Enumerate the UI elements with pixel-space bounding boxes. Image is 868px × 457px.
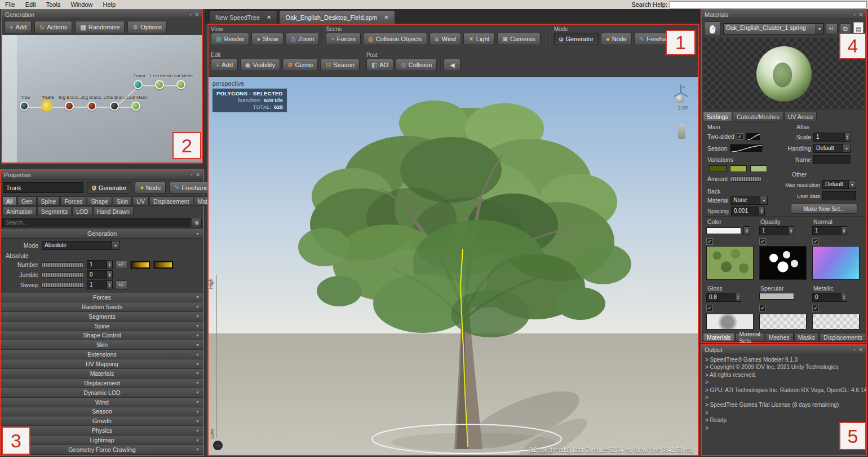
menu-file[interactable]: File bbox=[0, 0, 20, 9]
sweep-spinbox[interactable]: 1▲▼ bbox=[87, 280, 113, 289]
section-growth[interactable]: Growth▼ bbox=[1, 416, 203, 426]
atlas-name-input[interactable] bbox=[813, 155, 851, 164]
section-skin[interactable]: Skin▼ bbox=[1, 340, 203, 350]
bottom-tab-meshes[interactable]: Meshes bbox=[765, 333, 794, 342]
pan-hand-button[interactable] bbox=[704, 21, 721, 36]
render-button[interactable]: ▦Render bbox=[211, 33, 249, 45]
node-leaf-mesh-1[interactable] bbox=[131, 102, 140, 111]
camera-menu-label[interactable]: perspective bbox=[212, 80, 244, 87]
viewport-canvas[interactable]: z perspective POLYGONS - SELECTED branch… bbox=[209, 77, 698, 455]
close-panel-icon[interactable]: ✕ bbox=[858, 347, 863, 353]
node-leaf-mesh-2[interactable] bbox=[155, 80, 164, 89]
back-material-dropdown[interactable]: None▼ bbox=[730, 196, 768, 205]
float-panel-icon[interactable]: ▫ bbox=[189, 12, 191, 17]
section-season[interactable]: Season▼ bbox=[1, 407, 203, 417]
color-map-checkbox[interactable]: ✓ bbox=[706, 238, 713, 245]
node-leaf-mesh-3[interactable] bbox=[176, 80, 185, 89]
actions-button[interactable]: ↻Actions bbox=[34, 21, 72, 33]
jumble-spinbox[interactable]: 0▲▼ bbox=[87, 270, 113, 279]
gloss-checkbox[interactable]: ✓ bbox=[706, 305, 713, 311]
node-name-input[interactable] bbox=[3, 182, 83, 193]
section-dynamic-lod[interactable]: Dynamic LOD▼ bbox=[1, 388, 203, 398]
metallic-checkbox[interactable]: ✓ bbox=[812, 305, 819, 311]
float-panel-icon[interactable]: ▫ bbox=[853, 347, 855, 353]
menu-window[interactable]: Window bbox=[65, 0, 98, 9]
section-extensions[interactable]: Extensions▼ bbox=[1, 350, 203, 359]
number-variance-button[interactable]: +/- bbox=[116, 260, 127, 269]
user-data-input[interactable] bbox=[822, 191, 856, 200]
properties-freehand-tab[interactable]: ✎Freehand bbox=[169, 182, 213, 194]
zoom-button[interactable]: ◎Zoom bbox=[286, 33, 320, 45]
mode-generator-button[interactable]: ψGenerator bbox=[554, 33, 599, 45]
search-help-input[interactable] bbox=[670, 1, 867, 8]
ao-button[interactable]: ◧AO bbox=[366, 59, 393, 71]
section-uv-mapping[interactable]: UV Mapping▼ bbox=[1, 359, 203, 369]
collision-objects-button[interactable]: ◍Collision Objects bbox=[363, 33, 427, 45]
node-tree[interactable] bbox=[20, 102, 29, 111]
color-map-thumbnail[interactable] bbox=[706, 246, 754, 280]
node-big-branch-1[interactable] bbox=[65, 102, 74, 111]
gizmo-button[interactable]: ⊕Gizmo bbox=[282, 59, 318, 71]
specular-checkbox[interactable]: ✓ bbox=[759, 305, 766, 311]
float-panel-icon[interactable]: ▫ bbox=[191, 172, 192, 178]
bottom-tab-displacements[interactable]: Displacements bbox=[820, 333, 866, 342]
section-displacement[interactable]: Displacement▼ bbox=[1, 379, 203, 388]
node-big-branch-2[interactable] bbox=[87, 102, 96, 111]
filter-tab-shape[interactable]: Shape bbox=[87, 196, 112, 206]
tab-new-speedtree[interactable]: New SpeedTree✕ bbox=[209, 10, 277, 24]
property-search-input[interactable] bbox=[2, 218, 191, 227]
variation-swatch-1[interactable] bbox=[710, 165, 727, 172]
sweep-slider[interactable] bbox=[41, 283, 84, 288]
two-sided-checkbox[interactable]: ✓ bbox=[737, 133, 743, 140]
float-panel-icon[interactable]: ▫ bbox=[853, 12, 855, 17]
season-curve-button[interactable] bbox=[730, 144, 763, 152]
materials-tab-settings[interactable]: Settings bbox=[703, 112, 732, 121]
sweep-variance-button[interactable]: +/- bbox=[116, 280, 127, 289]
bottom-tab-masks[interactable]: Masks bbox=[794, 333, 819, 342]
normal-map-thumbnail[interactable] bbox=[812, 246, 860, 280]
make-new-set-button[interactable]: Make New Set... bbox=[791, 204, 857, 214]
filter-tab-forces[interactable]: Forces bbox=[60, 196, 86, 206]
gloss-spinbox[interactable]: 0.8▲▼ bbox=[706, 293, 741, 302]
spacing-spinbox[interactable]: 0.001▲▼ bbox=[731, 206, 765, 216]
properties-node-tab[interactable]: ●Node bbox=[135, 182, 166, 194]
section-physics[interactable]: Physics▼ bbox=[1, 426, 203, 436]
filter-tab-lod[interactable]: LOD bbox=[72, 206, 92, 216]
randomize-button[interactable]: ▩Randomize bbox=[75, 21, 125, 33]
menu-tools[interactable]: Tools bbox=[41, 0, 66, 9]
gloss-thumbnail[interactable] bbox=[706, 314, 754, 329]
variation-swatch-2[interactable] bbox=[730, 165, 747, 172]
mode-node-button[interactable]: ●Node bbox=[601, 33, 632, 45]
material-add-remove-button[interactable]: +/- bbox=[826, 23, 838, 34]
number-curve-widget-2[interactable] bbox=[153, 261, 174, 269]
number-spinbox[interactable]: 1▲▼ bbox=[87, 260, 113, 269]
light-button[interactable]: ☀Light bbox=[463, 33, 495, 45]
close-tab-icon[interactable]: ✕ bbox=[267, 14, 271, 20]
materials-tab-uv-areas[interactable]: UV Areas bbox=[784, 112, 817, 121]
bottom-tab-materials[interactable]: Materials bbox=[703, 333, 735, 342]
properties-generator-tab[interactable]: ψGenerator bbox=[87, 182, 131, 194]
max-resolution-dropdown[interactable]: Default▼ bbox=[822, 180, 856, 189]
section-spine[interactable]: Spine▼ bbox=[1, 322, 203, 331]
section-lightmap[interactable]: Lightmap▼ bbox=[1, 436, 203, 445]
wind-button[interactable]: ≋Wind bbox=[429, 33, 461, 45]
section-segments[interactable]: Segments▼ bbox=[1, 312, 203, 322]
two-sided-curve-button[interactable] bbox=[746, 133, 760, 140]
generation-node-graph[interactable]: Tree Trunk Big Branc... Big Branc... Lit… bbox=[2, 35, 202, 162]
menu-help[interactable]: Help bbox=[98, 0, 121, 9]
section-materials[interactable]: Materials▼ bbox=[1, 369, 203, 379]
tab-oak-english[interactable]: Oak_English_Desktop_Field.spm✕ bbox=[279, 10, 395, 24]
close-panel-icon[interactable]: ✕ bbox=[858, 12, 863, 17]
number-curve-widget[interactable] bbox=[130, 261, 150, 269]
scale-sphere-icon[interactable] bbox=[676, 95, 684, 103]
filter-tab-spine[interactable]: Spine bbox=[37, 196, 60, 206]
metallic-thumbnail[interactable] bbox=[812, 314, 860, 329]
materials-tab-cutouts-meshes[interactable]: Cutouts/Meshes bbox=[733, 112, 783, 121]
section-wind[interactable]: Wind▼ bbox=[1, 398, 203, 407]
cameras-button[interactable]: ▣Cameras bbox=[497, 33, 541, 45]
specular-swatch[interactable] bbox=[759, 293, 794, 300]
amount-slider[interactable] bbox=[730, 177, 761, 182]
filter-tab-animation[interactable]: Animation bbox=[2, 206, 37, 216]
opacity-map-thumbnail[interactable] bbox=[759, 246, 807, 280]
filter-tab-uv[interactable]: UV bbox=[132, 196, 149, 206]
